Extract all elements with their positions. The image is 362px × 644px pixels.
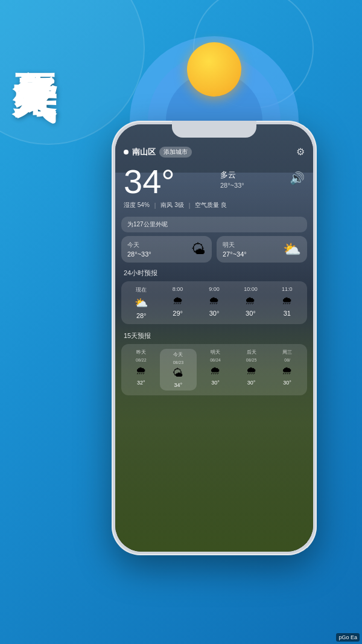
day-temp-4: 30°	[283, 380, 291, 386]
day-name-0: 昨天	[136, 349, 146, 355]
day-date-1: 08/23	[173, 360, 184, 365]
separator-1: |	[154, 202, 156, 209]
day-temp-2: 30°	[211, 380, 220, 386]
day-icon-2: 🌧	[210, 365, 221, 377]
hour-time-0: 现在	[136, 286, 147, 294]
hour-time-2: 9:00	[209, 286, 220, 292]
daily-section-label: 15天预报	[115, 329, 313, 344]
day-item-3: 后天 08/25 🌧 30°	[234, 349, 269, 391]
day-temp-1: 34°	[174, 382, 183, 388]
day-date-2: 08/24	[210, 358, 221, 362]
hourly-forecast: 现在 ⛅ 28° 8:00 🌧 29° 9:00 🌧 30°	[121, 281, 307, 324]
hero-text: 华夏好天气	[11, 36, 59, 48]
humidity: 湿度 54%	[124, 201, 150, 209]
day-name-1: 今天	[173, 351, 183, 358]
hour-item-4: 11:0 🌧 31	[270, 286, 305, 319]
day-temp-3: 30°	[247, 380, 256, 386]
settings-icon[interactable]: ⚙	[296, 146, 305, 158]
phone-notch	[172, 121, 256, 138]
hour-icon-2: 🌧	[209, 295, 220, 307]
hour-temp-3: 30°	[246, 310, 256, 317]
hour-temp-2: 30°	[209, 310, 220, 317]
today-label: 今天	[127, 241, 151, 249]
main-temperature-area: 34° 多云 28°~33° 🔊	[115, 162, 313, 199]
sun-decoration	[187, 42, 241, 97]
day-item-0: 昨天 08/22 🌧 32°	[124, 349, 159, 391]
air-quality: 空气质量 良	[195, 201, 227, 209]
day-date-4: 08/	[284, 358, 290, 362]
hour-item-3: 10:00 🌧 30°	[233, 286, 268, 319]
day-item-1: 今天 08/23 🌤 34°	[160, 349, 197, 391]
tomorrow-icon: ⛅	[283, 241, 301, 258]
hour-item-2: 9:00 🌧 30°	[197, 286, 232, 319]
watermark-text: Ea	[351, 634, 357, 640]
watermark: pGo Ea	[336, 633, 360, 642]
day-icon-3: 🌧	[246, 365, 257, 377]
hour-temp-0: 28°	[136, 312, 147, 319]
weather-description: 多云	[220, 170, 244, 180]
speaker-icon[interactable]: 🔊	[290, 165, 305, 185]
temp-info: 多云 28°~33°	[220, 165, 244, 189]
today-icon: 🌤	[191, 241, 206, 258]
hour-time-1: 8:00	[173, 286, 183, 292]
hour-icon-1: 🌧	[173, 295, 183, 307]
today-card: 今天 28°~33° 🌤	[121, 236, 212, 263]
separator-2: |	[189, 202, 191, 209]
day-item-2: 明天 08/24 🌧 30°	[198, 349, 233, 391]
daily-forecast: 昨天 08/22 🌧 32° 今天 08/23 🌤 34° 明天 08/24	[121, 344, 307, 395]
hour-time-4: 11:0	[282, 286, 293, 292]
wind: 南风 3级	[160, 201, 183, 209]
weather-details: 湿度 54% | 南风 3级 | 空气质量 良	[115, 199, 313, 212]
watermark-logo: pGo	[338, 634, 349, 640]
hour-icon-0: ⛅	[135, 296, 148, 310]
hour-item-0: 现在 ⛅ 28°	[124, 286, 159, 319]
location-icon	[124, 150, 129, 155]
day-icon-1: 🌤	[173, 367, 183, 380]
day-name-2: 明天	[211, 349, 220, 355]
add-city-button[interactable]: 添加城市	[159, 147, 192, 158]
day-temp-0: 32°	[137, 380, 145, 386]
hour-temp-1: 29°	[173, 310, 183, 317]
tomorrow-label: 明天	[223, 241, 247, 249]
phone-screen: 南山区 添加城市 ⚙ 34° 多云 28°~33° 🔊 湿度 54%	[115, 124, 313, 552]
hour-temp-4: 31	[284, 310, 291, 317]
hourly-section-label: 24小时预报	[115, 267, 313, 281]
weather-app: 南山区 添加城市 ⚙ 34° 多云 28°~33° 🔊 湿度 54%	[115, 124, 313, 552]
temp-range: 28°~33°	[220, 182, 244, 189]
day-name-4: 周三	[282, 349, 292, 355]
tomorrow-card: 明天 27°~34° ⛅	[217, 236, 307, 263]
location-name: 南山区	[132, 147, 156, 158]
hour-icon-3: 🌧	[245, 295, 256, 307]
day-name-3: 后天	[247, 349, 256, 355]
hour-time-3: 10:00	[244, 286, 258, 292]
day-icon-0: 🌧	[136, 365, 147, 377]
phone-frame: 南山区 添加城市 ⚙ 34° 多云 28°~33° 🔊 湿度 54%	[112, 121, 317, 555]
day-date-3: 08/25	[246, 358, 257, 362]
phone-container: 南山区 添加城市 ⚙ 34° 多云 28°~33° 🔊 湿度 54%	[84, 48, 344, 591]
forecast-cards: 今天 28°~33° 🌤 明天 27°~34° ⛅	[115, 236, 313, 267]
day-item-4: 周三 08/ 🌧 30°	[270, 349, 305, 391]
tomorrow-temp: 27°~34°	[223, 250, 247, 258]
hour-item-1: 8:00 🌧 29°	[160, 286, 195, 319]
location-area: 南山区 添加城市	[124, 147, 192, 158]
temperature-display: 34°	[124, 165, 175, 199]
today-temp: 28°~33°	[127, 250, 151, 258]
hour-icon-4: 🌧	[282, 295, 293, 307]
day-icon-4: 🌧	[282, 365, 293, 377]
distance-notice: 为127公里外呢	[121, 217, 307, 232]
day-date-0: 08/22	[136, 358, 147, 362]
